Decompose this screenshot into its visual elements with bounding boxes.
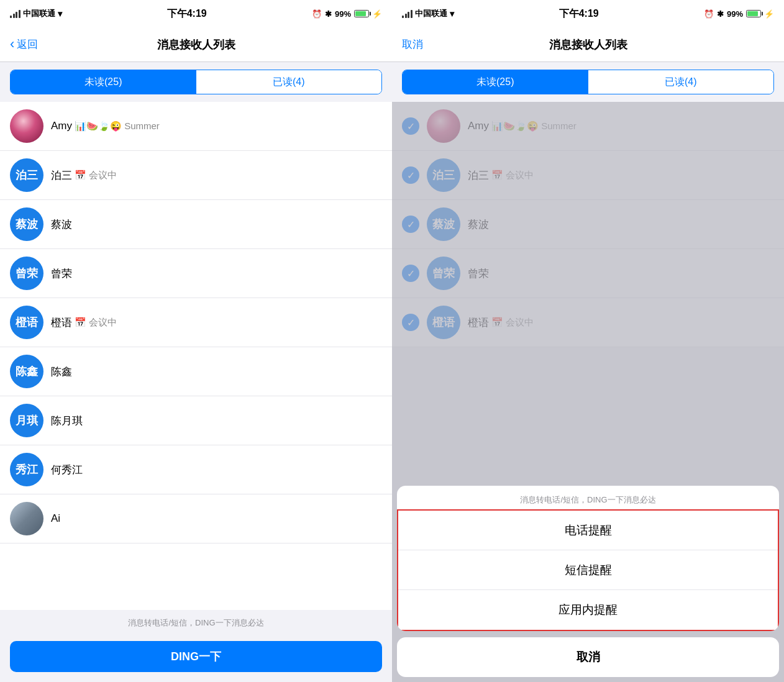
avatar-chenxin-left: 陈鑫	[10, 355, 43, 388]
tab-unread-left[interactable]: 未读(25)	[11, 70, 196, 94]
back-label: 返回	[17, 37, 38, 52]
contact-name: 曾荣	[51, 266, 72, 281]
nav-bar-right: 取消 消息接收人列表	[392, 27, 784, 62]
bluetooth-icon-right: ✱	[717, 9, 724, 19]
list-item[interactable]: 橙语 橙语 📅 会议中	[0, 298, 392, 347]
action-cancel-button[interactable]: 取消	[397, 637, 779, 677]
page-title-left: 消息接收人列表	[157, 37, 235, 52]
page-title-right: 消息接收人列表	[549, 37, 627, 52]
avatar-bosan-left: 泊三	[10, 158, 43, 192]
list-item[interactable]: 曾荣 曾荣	[0, 249, 392, 298]
status-bar-right: 中国联通 ▾ 下午4:19 ⏰ ✱ 99% ⚡	[392, 0, 784, 27]
sms-reminder-button[interactable]: 短信提醒	[398, 550, 778, 590]
wifi-icon-left: ▾	[58, 9, 62, 19]
signal-icon	[10, 9, 21, 18]
contact-name: 泊三 📅 会议中	[51, 168, 117, 183]
list-item[interactable]: 月琪 陈月琪	[0, 396, 392, 445]
list-item[interactable]: 陈鑫 陈鑫	[0, 347, 392, 396]
carrier-left: 中国联通	[23, 8, 55, 19]
back-chevron-icon: ‹	[10, 37, 14, 51]
status-left-right: 中国联通 ▾	[402, 8, 454, 19]
battery-pct-right: 99%	[727, 9, 743, 19]
status-right-right: ⏰ ✱ 99% ⚡	[704, 9, 774, 19]
status-right-left: ⏰ ✱ 99% ⚡	[312, 9, 382, 19]
nav-bar-left: ‹ 返回 消息接收人列表	[0, 27, 392, 62]
carrier-right: 中国联通	[415, 8, 447, 19]
tab-segment-left: 未读(25) 已读(4)	[10, 70, 382, 94]
contact-name: 橙语 📅 会议中	[51, 316, 117, 330]
contact-name: Amy 📊🍉🍃😜 Summer	[51, 120, 160, 132]
contact-name: 何秀江	[51, 463, 83, 477]
alarm-icon-right: ⏰	[704, 9, 714, 19]
battery-icon-right	[746, 10, 761, 17]
tab-read-left[interactable]: 已读(4)	[196, 70, 382, 94]
tab-read-right[interactable]: 已读(4)	[588, 70, 774, 94]
contact-name: Ai	[51, 512, 60, 525]
cancel-nav-button[interactable]: 取消	[402, 37, 423, 52]
avatar-zengrong-left: 曾荣	[10, 257, 43, 290]
battery-pct-left: 99%	[335, 9, 351, 19]
avatar-ai-left	[10, 502, 43, 535]
avatar-caibo-left: 蔡波	[10, 207, 43, 241]
list-item[interactable]: 泊三 泊三 📅 会议中	[0, 151, 392, 200]
right-panel: 中国联通 ▾ 下午4:19 ⏰ ✱ 99% ⚡ 取消 消息接收人列表 未读(25…	[392, 0, 784, 682]
list-item[interactable]: 蔡波 蔡波	[0, 200, 392, 249]
left-panel: 中国联通 ▾ 下午4:19 ⏰ ✱ 99% ⚡ ‹ 返回 消息接收人列表 未读(…	[0, 0, 392, 682]
action-sheet-main: 消息转电话/短信，DING一下消息必达 电话提醒 短信提醒 应用内提醒	[397, 486, 779, 631]
list-item[interactable]: 秀江 何秀江	[0, 445, 392, 494]
back-button[interactable]: ‹ 返回	[10, 37, 38, 52]
status-left: 中国联通 ▾	[10, 8, 62, 19]
wifi-icon-right: ▾	[450, 9, 454, 19]
contact-name: 蔡波	[51, 217, 72, 232]
inapp-reminder-button[interactable]: 应用内提醒	[398, 590, 778, 630]
list-item[interactable]: Amy 📊🍉🍃😜 Summer	[0, 102, 392, 151]
phone-reminder-button[interactable]: 电话提醒	[398, 511, 778, 550]
tab-unread-right[interactable]: 未读(25)	[403, 70, 588, 94]
action-sheet-hint: 消息转电话/短信，DING一下消息必达	[397, 486, 779, 509]
bluetooth-icon-left: ✱	[325, 9, 332, 19]
charging-icon-right: ⚡	[764, 9, 774, 19]
contact-name: 陈月琪	[51, 414, 83, 428]
avatar-amy-left	[10, 109, 43, 143]
action-sheet-options-group: 电话提醒 短信提醒 应用内提醒	[397, 509, 779, 631]
list-item[interactable]: Ai	[0, 494, 392, 543]
time-left: 下午4:19	[167, 7, 207, 20]
avatar-chengyu-left: 橙语	[10, 306, 43, 339]
contact-name: 陈鑫	[51, 365, 72, 379]
status-bar-left: 中国联通 ▾ 下午4:19 ⏰ ✱ 99% ⚡	[0, 0, 392, 27]
signal-icon-right	[402, 9, 413, 18]
tab-segment-right: 未读(25) 已读(4)	[402, 70, 774, 94]
charging-icon-left: ⚡	[372, 9, 382, 19]
contact-list-left: Amy 📊🍉🍃😜 Summer 泊三 泊三 📅 会议中 蔡波 蔡波	[0, 102, 392, 610]
avatar-chenyueqi-left: 月琪	[10, 404, 43, 437]
content-area-right: ✓ Amy 📊🍉🍃😜 Summer ✓ 泊三 泊三 📅 会议中	[392, 102, 784, 682]
alarm-icon-left: ⏰	[312, 9, 322, 19]
time-right: 下午4:19	[559, 7, 599, 20]
battery-icon-left	[354, 10, 369, 17]
action-sheet: 消息转电话/短信，DING一下消息必达 电话提醒 短信提醒 应用内提醒 取消	[392, 486, 784, 682]
ding-button[interactable]: DING一下	[10, 641, 382, 672]
avatar-hexiujiang-left: 秀江	[10, 453, 43, 486]
footer-hint-left: 消息转电话/短信，DING一下消息必达	[0, 610, 392, 636]
